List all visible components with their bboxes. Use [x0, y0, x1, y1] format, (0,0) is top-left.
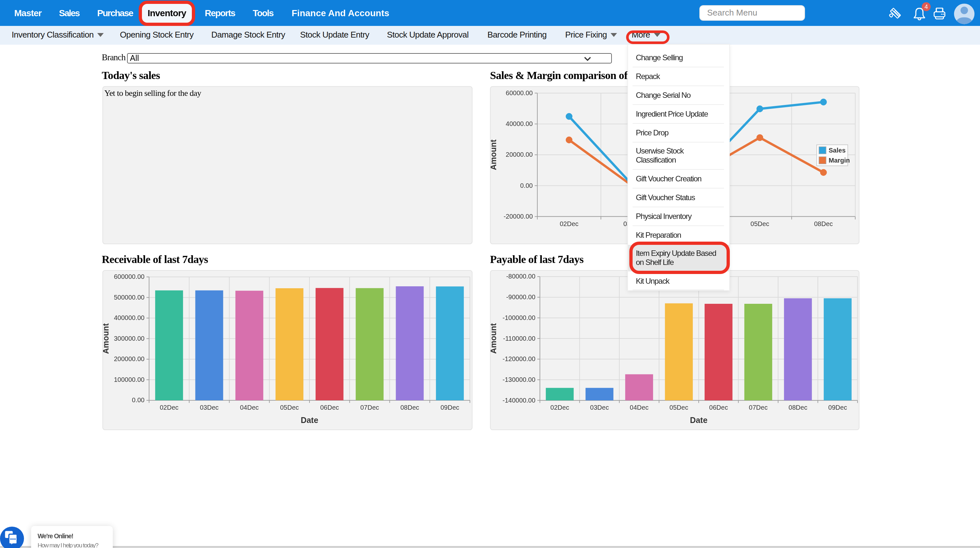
svg-text:-100000.00: -100000.00: [503, 314, 535, 321]
svg-text:03Dec: 03Dec: [590, 403, 609, 411]
svg-text:04Dec: 04Dec: [240, 403, 259, 411]
svg-text:-110000.00: -110000.00: [503, 335, 535, 342]
svg-text:0.00: 0.00: [520, 182, 533, 189]
svg-text:06Dec: 06Dec: [320, 403, 339, 411]
svg-text:Margin: Margin: [829, 157, 850, 164]
svg-text:-90000.00: -90000.00: [506, 293, 535, 300]
svg-text:02Dec: 02Dec: [550, 403, 569, 411]
svg-text:Date: Date: [301, 415, 318, 424]
svg-text:300000.00: 300000.00: [114, 335, 145, 342]
svg-text:08Dec: 08Dec: [400, 403, 419, 411]
svg-text:05Dec: 05Dec: [280, 403, 299, 411]
svg-text:-80000.00: -80000.00: [506, 272, 535, 280]
svg-text:-130000.00: -130000.00: [503, 376, 535, 383]
svg-text:09Dec: 09Dec: [828, 403, 847, 411]
svg-text:07Dec: 07Dec: [360, 403, 379, 411]
svg-text:60000.00: 60000.00: [506, 89, 533, 97]
svg-text:03Dec: 03Dec: [200, 403, 219, 411]
svg-text:-140000.00: -140000.00: [503, 396, 535, 403]
svg-text:05Dec: 05Dec: [670, 403, 688, 411]
svg-text:09Dec: 09Dec: [441, 403, 459, 411]
svg-text:Amount: Amount: [103, 323, 110, 354]
svg-text:500000.00: 500000.00: [114, 294, 145, 300]
svg-text:40000.00: 40000.00: [506, 120, 533, 127]
svg-text:08Dec: 08Dec: [814, 220, 833, 227]
svg-text:07Dec: 07Dec: [749, 403, 768, 411]
svg-text:05Dec: 05Dec: [751, 220, 769, 227]
svg-text:Amount: Amount: [491, 139, 498, 170]
svg-text:200000.00: 200000.00: [114, 355, 145, 362]
svg-text:100000.00: 100000.00: [114, 376, 145, 383]
svg-text:04Dec: 04Dec: [630, 403, 649, 411]
svg-text:400000.00: 400000.00: [114, 314, 145, 321]
svg-text:0.00: 0.00: [132, 396, 145, 403]
svg-text:Date: Date: [690, 415, 708, 424]
svg-text:-20000.00: -20000.00: [504, 213, 533, 220]
svg-text:4: 4: [924, 3, 928, 10]
svg-text:02Dec: 02Dec: [560, 220, 579, 227]
svg-text:06Dec: 06Dec: [709, 403, 728, 411]
svg-text:08Dec: 08Dec: [789, 403, 807, 411]
svg-text:20000.00: 20000.00: [506, 151, 533, 158]
svg-text:Sales: Sales: [829, 147, 845, 154]
svg-text:600000.00: 600000.00: [114, 273, 145, 280]
svg-text:02Dec: 02Dec: [160, 403, 178, 411]
svg-text:Amount: Amount: [491, 322, 498, 353]
svg-text:-120000.00: -120000.00: [503, 355, 535, 362]
